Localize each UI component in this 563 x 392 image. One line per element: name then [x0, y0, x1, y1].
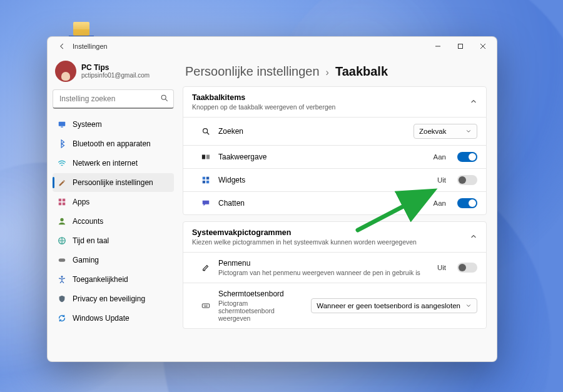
- sidebar-item-update[interactable]: Windows Update: [53, 309, 174, 328]
- sidebar-item-label: Systeem: [73, 120, 102, 129]
- sidebar-item-label: Windows Update: [73, 314, 129, 323]
- svg-point-12: [203, 129, 208, 133]
- toggle-switch[interactable]: [457, 198, 477, 208]
- globe-icon: [58, 236, 66, 245]
- sidebar-item-time[interactable]: Tijd en taal: [53, 231, 174, 250]
- back-button[interactable]: [55, 39, 69, 53]
- settings-group: TaakbalkitemsKnoppen op de taakbalk weer…: [183, 86, 487, 215]
- titlebar: Instellingen: [48, 37, 497, 56]
- minimize-button[interactable]: [427, 38, 449, 55]
- sidebar-item-privacy[interactable]: Privacy en beveiliging: [53, 289, 174, 308]
- group-subtitle: Kiezen welke pictogrammen in het systeem…: [192, 238, 470, 246]
- row-title: Taakweergave: [218, 153, 426, 161]
- sidebar-item-label: Persoonlijke instellingen: [73, 178, 153, 187]
- sidebar-item-label: Accounts: [73, 217, 103, 226]
- chevron-up-icon: [470, 96, 477, 108]
- dropdown[interactable]: Wanneer er geen toetsenbord is aangeslot…: [311, 298, 477, 313]
- toggle-state-label: Aan: [434, 199, 446, 207]
- account-profile[interactable]: PC Tips pctipsinfo01@gmail.com: [53, 58, 174, 88]
- toggle-switch[interactable]: [457, 175, 477, 185]
- row-title: Penmenu: [218, 259, 430, 268]
- svg-point-8: [60, 218, 63, 221]
- monitor-icon: [58, 120, 66, 129]
- chevron-down-icon: [465, 303, 472, 309]
- svg-rect-16: [206, 177, 209, 179]
- chevron-up-icon: [470, 231, 477, 243]
- setting-row-schermtoetsenbord: SchermtoetsenbordPictogram schermtoetsen…: [183, 283, 486, 328]
- desktop-wallpaper: PC-Tips Instellingen PC Tips pctipsinfo0…: [0, 0, 563, 392]
- accessibility-icon: [58, 275, 66, 284]
- row-subtitle: Pictogram schermtoetsenbord weergeven: [218, 299, 303, 322]
- setting-row-taakweergave: TaakweergaveAan: [183, 145, 486, 168]
- chevron-right-icon: ›: [326, 67, 329, 78]
- row-subtitle: Pictogram van het penmenu weergeven wann…: [218, 269, 430, 276]
- sidebar-item-accounts[interactable]: Accounts: [53, 212, 174, 231]
- update-icon: [58, 314, 66, 323]
- group-subtitle: Knoppen op de taakbalk weergeven of verb…: [192, 103, 470, 111]
- group-title: Systeemvakpictogrammen: [192, 228, 470, 237]
- taskview-icon: [201, 152, 211, 162]
- settings-group: SysteemvakpictogrammenKiezen welke picto…: [183, 221, 487, 329]
- group-title: Taakbalkitems: [192, 93, 470, 102]
- sidebar-item-gaming[interactable]: Gaming: [53, 251, 174, 269]
- chevron-down-icon: [465, 128, 472, 134]
- sidebar-item-bluetooth[interactable]: Bluetooth en apparaten: [53, 134, 174, 153]
- toggle-switch[interactable]: [457, 263, 477, 273]
- sidebar-item-label: Privacy en beveiliging: [73, 294, 145, 303]
- row-title: Chatten: [218, 199, 426, 208]
- folder-icon: [73, 22, 89, 34]
- toggle-state-label: Uit: [437, 264, 446, 271]
- sidebar-item-label: Bluetooth en apparaten: [73, 139, 151, 148]
- widgets-icon: [201, 175, 211, 185]
- keyboard-icon: [201, 301, 211, 311]
- sidebar-item-network[interactable]: Netwerk en internet: [53, 154, 174, 173]
- setting-row-widgets: WidgetsUit: [183, 168, 486, 191]
- profile-email: pctipsinfo01@gmail.com: [81, 72, 150, 79]
- sidebar-item-label: Apps: [73, 198, 89, 206]
- settings-search[interactable]: [53, 89, 174, 109]
- svg-rect-15: [203, 177, 205, 179]
- maximize-button[interactable]: [449, 38, 472, 55]
- sidebar-item-label: Gaming: [73, 256, 99, 264]
- toggle-switch[interactable]: [457, 152, 477, 162]
- svg-rect-6: [59, 203, 61, 205]
- breadcrumb-parent[interactable]: Persoonlijke instellingen: [185, 64, 320, 79]
- svg-point-11: [61, 276, 63, 278]
- sidebar-item-personalize[interactable]: Persoonlijke instellingen: [53, 173, 174, 192]
- brush-icon: [58, 178, 66, 187]
- chat-icon: [201, 198, 211, 208]
- svg-rect-13: [202, 155, 205, 159]
- pen-icon: [201, 263, 211, 273]
- gamepad-icon: [58, 256, 66, 264]
- search-input[interactable]: [58, 94, 160, 104]
- svg-rect-14: [206, 155, 210, 159]
- avatar: [55, 61, 76, 82]
- sidebar-item-label: Netwerk en internet: [73, 159, 138, 168]
- window-title: Instellingen: [73, 43, 108, 50]
- sidebar: PC Tips pctipsinfo01@gmail.com SysteemBl…: [48, 56, 179, 361]
- search-icon: [201, 126, 211, 136]
- sidebar-item-access[interactable]: Toegankelijkheid: [53, 270, 174, 289]
- row-title: Zoeken: [218, 127, 406, 136]
- sidebar-item-apps[interactable]: Apps: [53, 193, 174, 211]
- sidebar-item-label: Toegankelijkheid: [73, 275, 128, 284]
- sidebar-nav: SysteemBluetooth en apparatenNetwerk en …: [53, 115, 174, 328]
- dropdown-value: Wanneer er geen toetsenbord is aangeslot…: [317, 302, 460, 309]
- svg-rect-0: [459, 44, 463, 49]
- search-icon: [160, 94, 168, 104]
- row-title: Schermtoetsenbord: [218, 289, 303, 298]
- svg-rect-5: [63, 199, 65, 201]
- dropdown-value: Zoekvak: [419, 128, 446, 135]
- close-button[interactable]: [472, 38, 494, 55]
- svg-rect-2: [59, 122, 66, 126]
- shield-icon: [58, 294, 66, 303]
- group-header[interactable]: TaakbalkitemsKnoppen op de taakbalk weer…: [183, 87, 486, 117]
- dropdown[interactable]: Zoekvak: [413, 124, 477, 139]
- toggle-state-label: Uit: [437, 176, 446, 184]
- breadcrumb: Persoonlijke instellingen › Taakbalk: [183, 61, 487, 80]
- profile-name: PC Tips: [81, 64, 150, 72]
- setting-row-chatten: ChattenAan: [183, 191, 486, 214]
- bluetooth-icon: [58, 139, 66, 148]
- sidebar-item-system[interactable]: Systeem: [53, 115, 174, 134]
- group-header[interactable]: SysteemvakpictogrammenKiezen welke picto…: [183, 222, 486, 252]
